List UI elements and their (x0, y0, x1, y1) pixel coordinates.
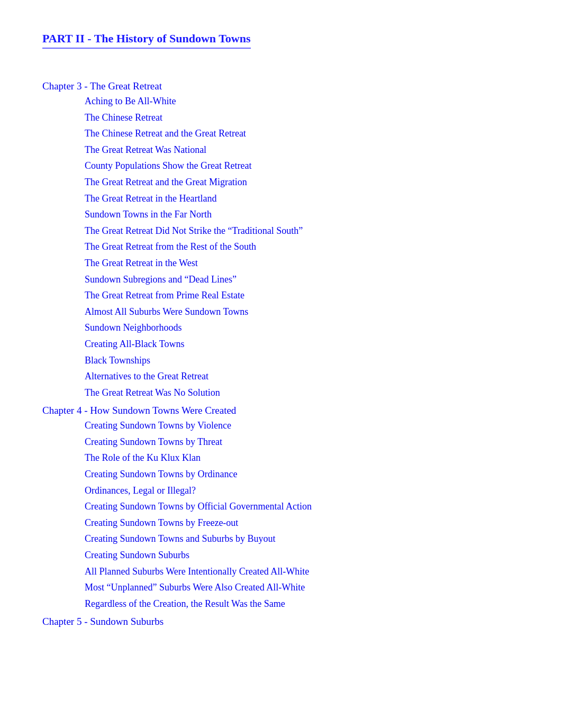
subitem-3-18[interactable]: The Great Retreat Was No Solution (42, 385, 520, 401)
subitem-3-6[interactable]: The Great Retreat in the Heartland (42, 190, 520, 207)
subitem-3-11[interactable]: Sundown Subregions and “Dead Lines” (42, 271, 520, 288)
chapter-title-4[interactable]: Chapter 4 - How Sundown Towns Were Creat… (42, 405, 520, 416)
subitem-3-17[interactable]: Alternatives to the Great Retreat (42, 368, 520, 385)
subitem-4-10[interactable]: Most “Unplanned” Suburbs Were Also Creat… (42, 579, 520, 596)
subitem-4-2[interactable]: The Role of the Ku Klux Klan (42, 450, 520, 466)
subitem-4-6[interactable]: Creating Sundown Towns by Freeze-out (42, 515, 520, 531)
subitem-4-8[interactable]: Creating Sundown Suburbs (42, 547, 520, 563)
subitem-3-0[interactable]: Aching to Be All-White (42, 93, 520, 110)
subitem-3-4[interactable]: County Populations Show the Great Retrea… (42, 158, 520, 174)
part-title[interactable]: PART II - The History of Sundown Towns (42, 32, 251, 49)
subitem-3-2[interactable]: The Chinese Retreat and the Great Retrea… (42, 125, 520, 142)
subitem-3-16[interactable]: Black Townships (42, 352, 520, 369)
part-heading-container: PART II - The History of Sundown Towns (42, 32, 520, 70)
subitem-4-3[interactable]: Creating Sundown Towns by Ordinance (42, 466, 520, 483)
subitem-3-8[interactable]: The Great Retreat Did Not Strike the “Tr… (42, 223, 520, 239)
toc-container: Chapter 3 - The Great RetreatAching to B… (42, 80, 520, 627)
chapter-group-4: Chapter 4 - How Sundown Towns Were Creat… (42, 405, 520, 612)
chapter-title-5[interactable]: Chapter 5 - Sundown Suburbs (42, 616, 520, 627)
subitem-4-0[interactable]: Creating Sundown Towns by Violence (42, 417, 520, 434)
subitem-4-7[interactable]: Creating Sundown Towns and Suburbs by Bu… (42, 531, 520, 547)
subitem-3-7[interactable]: Sundown Towns in the Far North (42, 206, 520, 223)
subitem-3-14[interactable]: Sundown Neighborhoods (42, 320, 520, 336)
subitem-3-1[interactable]: The Chinese Retreat (42, 110, 520, 126)
subitem-4-5[interactable]: Creating Sundown Towns by Official Gover… (42, 498, 520, 515)
subitem-3-5[interactable]: The Great Retreat and the Great Migratio… (42, 174, 520, 190)
subitem-3-10[interactable]: The Great Retreat in the West (42, 255, 520, 271)
subitem-3-15[interactable]: Creating All-Black Towns (42, 336, 520, 352)
chapter-group-3: Chapter 3 - The Great RetreatAching to B… (42, 80, 520, 401)
chapter-group-5: Chapter 5 - Sundown Suburbs (42, 616, 520, 627)
subitem-4-11[interactable]: Regardless of the Creation, the Result W… (42, 596, 520, 612)
subitem-3-3[interactable]: The Great Retreat Was National (42, 142, 520, 158)
chapter-title-3[interactable]: Chapter 3 - The Great Retreat (42, 80, 520, 92)
subitem-3-13[interactable]: Almost All Suburbs Were Sundown Towns (42, 304, 520, 320)
subitem-4-4[interactable]: Ordinances, Legal or Illegal? (42, 483, 520, 499)
subitem-4-9[interactable]: All Planned Suburbs Were Intentionally C… (42, 563, 520, 580)
subitem-4-1[interactable]: Creating Sundown Towns by Threat (42, 434, 520, 450)
subitem-3-12[interactable]: The Great Retreat from Prime Real Estate (42, 287, 520, 304)
subitem-3-9[interactable]: The Great Retreat from the Rest of the S… (42, 239, 520, 255)
